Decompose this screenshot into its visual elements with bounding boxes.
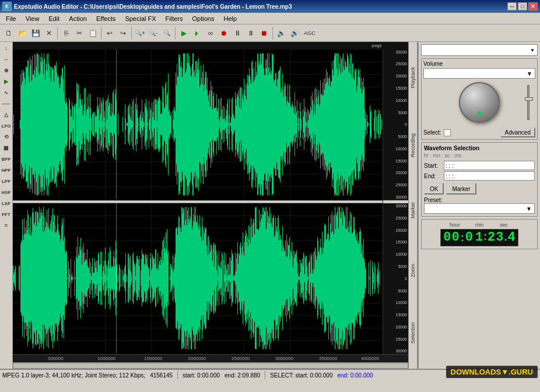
- toolbar-separator-5: [272, 27, 273, 40]
- tool-zoom[interactable]: ⊕: [1, 65, 12, 76]
- ws-start-input[interactable]: [444, 161, 535, 170]
- tool-grid[interactable]: ▦: [1, 143, 12, 153]
- menu-options[interactable]: Options: [188, 13, 219, 24]
- select-checkbox[interactable]: [444, 129, 451, 136]
- ws-preset-dropdown[interactable]: ▼: [424, 203, 535, 214]
- advanced-button[interactable]: Advanced: [500, 128, 535, 137]
- paste-button[interactable]: 📋: [86, 27, 99, 40]
- tool-eq[interactable]: ≡: [1, 220, 12, 231]
- scale-column: 30000 25000 20000 15000 10000 5000 0 500…: [383, 50, 408, 354]
- content-area: smpl: [13, 42, 540, 369]
- tab-playback[interactable]: Playback: [409, 66, 417, 90]
- time-digits-display: 0 0 : 0 1 : 2 3 . 4: [440, 229, 518, 246]
- tool-wave[interactable]: ∿: [1, 87, 12, 98]
- cut-button[interactable]: ✂: [73, 27, 86, 40]
- vol-up-button[interactable]: 🔊: [288, 27, 301, 40]
- tab-recording[interactable]: Recording: [409, 132, 417, 158]
- slider-track[interactable]: [527, 85, 530, 120]
- scale-5000-2: 5000: [384, 264, 407, 269]
- close-button[interactable]: ✕: [528, 2, 538, 10]
- waveform-selection-panel: Waveform Selection hr : mn : sc : ms Sta…: [421, 142, 538, 217]
- scale-15000n-1: 15000: [384, 159, 407, 163]
- waveform-display: smpl: [13, 42, 408, 369]
- tool-hpf[interactable]: HPF: [1, 165, 12, 175]
- toolbar-separator-1: [57, 27, 58, 40]
- tool-rotate[interactable]: ⟲: [1, 132, 12, 142]
- tool-hsf[interactable]: HSF: [1, 187, 12, 197]
- record-button[interactable]: ⏺: [218, 27, 230, 40]
- canvas-column: [13, 50, 383, 354]
- redo-button[interactable]: ↪: [117, 27, 129, 40]
- open-button[interactable]: 📂: [16, 27, 29, 40]
- scrollbar-track[interactable]: [13, 363, 408, 369]
- menu-action[interactable]: Action: [64, 13, 92, 24]
- hour-digits: 0 0: [443, 231, 459, 244]
- app-icon: E: [2, 2, 12, 11]
- copy-button[interactable]: ⎘: [59, 27, 72, 40]
- window-title: Expstudio Audio Editor - C:\Users\psi\De…: [14, 3, 292, 10]
- status-start: start: 0:00.000: [183, 372, 220, 379]
- tab-selection[interactable]: Selection: [409, 321, 417, 345]
- ws-end-input[interactable]: [444, 171, 535, 181]
- tool-play[interactable]: ▶: [1, 76, 12, 87]
- menu-edit[interactable]: Edit: [44, 13, 64, 24]
- tool-noise[interactable]: ~~~: [1, 98, 12, 109]
- tool-lfo[interactable]: LFO: [1, 121, 12, 131]
- menu-effects[interactable]: Effects: [92, 13, 120, 24]
- side-tabs: Playback Recording Marker Zoom Selection: [408, 42, 418, 369]
- new-button[interactable]: 🗋: [2, 27, 15, 40]
- top-dropdown[interactable]: ▼: [421, 44, 538, 56]
- scrollbar[interactable]: [13, 362, 408, 369]
- ws-ok-button[interactable]: OK: [424, 183, 444, 195]
- slider-thumb[interactable]: [525, 97, 533, 101]
- zoom-out-button[interactable]: 🔍-: [147, 27, 160, 40]
- loop-button[interactable]: ∞: [204, 27, 217, 40]
- status-sep-1: [177, 371, 178, 379]
- status-select-end: end: 0:00.000: [337, 372, 373, 379]
- channel-2[interactable]: [13, 203, 383, 354]
- minimize-button[interactable]: ─: [507, 2, 517, 10]
- menu-view[interactable]: View: [21, 13, 44, 24]
- stop-button[interactable]: ⏹: [258, 27, 271, 40]
- volume-knob[interactable]: [459, 82, 500, 123]
- scale-5000-1: 5000: [384, 111, 407, 115]
- ws-marker-button[interactable]: Marker: [446, 183, 476, 195]
- tool-bpf[interactable]: BPF: [1, 154, 12, 164]
- tool-fft[interactable]: FFT: [1, 209, 12, 220]
- undo-button[interactable]: ↩: [103, 27, 116, 40]
- scale-20000-1: 20000: [384, 74, 407, 78]
- scale-15000-2: 15000: [384, 240, 407, 244]
- tool-lpf[interactable]: LPF: [1, 176, 12, 186]
- play-button[interactable]: ▶: [177, 27, 190, 40]
- menu-filters[interactable]: Filters: [161, 13, 188, 24]
- pause-button[interactable]: ⏸: [231, 27, 244, 40]
- channel-1[interactable]: [13, 50, 383, 200]
- pause2-button[interactable]: ⏸: [244, 27, 257, 40]
- menu-special-fx[interactable]: Special FX: [120, 13, 160, 24]
- tab-zoom[interactable]: Zoom: [409, 263, 417, 278]
- volume-dropdown[interactable]: ▼: [423, 68, 535, 79]
- agc-button[interactable]: AGC: [301, 27, 318, 40]
- tool-select[interactable]: ↕: [1, 43, 12, 54]
- zoom-in-button[interactable]: 🔍+: [134, 27, 146, 40]
- vol-down-button[interactable]: 🔈: [275, 27, 287, 40]
- tab-marker[interactable]: Marker: [409, 201, 417, 220]
- ws-start-label: Start:: [424, 163, 441, 169]
- play-from-button[interactable]: ⏵: [191, 27, 204, 40]
- vertical-slider[interactable]: [527, 79, 530, 126]
- save-button[interactable]: 💾: [29, 27, 42, 40]
- hour-digit-1: 0: [443, 231, 451, 244]
- tool-move[interactable]: ↔: [1, 54, 12, 65]
- menu-file[interactable]: File: [1, 13, 21, 24]
- tool-lsf[interactable]: LSF: [1, 198, 12, 209]
- tool-triangle[interactable]: △: [1, 110, 12, 120]
- main-area: ↕ ↔ ⊕ ▶ ∿ ~~~ △ LFO ⟲ ▦ BPF HPF LPF HSF …: [0, 42, 540, 369]
- maximize-button[interactable]: □: [518, 2, 527, 10]
- colon-1: :: [461, 232, 464, 243]
- menu-help[interactable]: Help: [219, 13, 241, 24]
- zoom-fit-button[interactable]: 🔍: [160, 27, 173, 40]
- sec-digits: 1 : 2 3 . 4: [475, 231, 516, 244]
- close-file-button[interactable]: ✕: [43, 27, 55, 40]
- ruler-1m: 1000000: [97, 356, 115, 361]
- status-end: end: 2:09.880: [225, 372, 260, 379]
